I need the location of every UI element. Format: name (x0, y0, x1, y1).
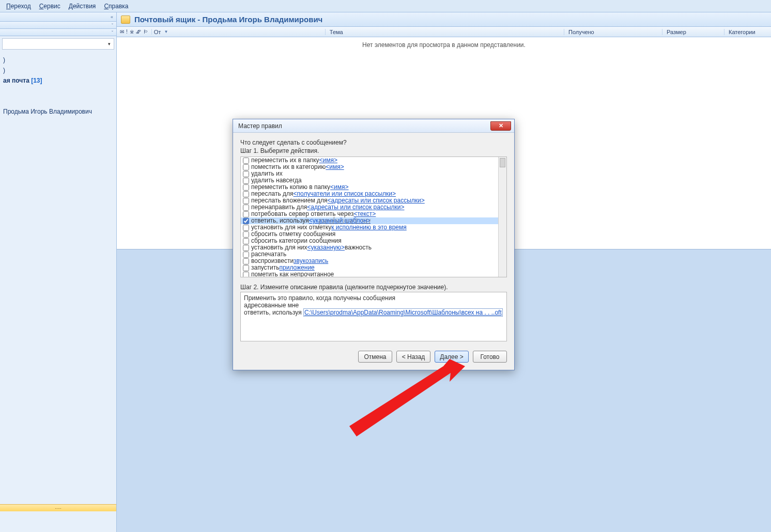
cancel-button[interactable]: Отмена (358, 351, 392, 363)
action-checkbox[interactable] (243, 191, 249, 197)
action-checkbox[interactable] (243, 171, 249, 177)
action-checkbox[interactable] (243, 231, 249, 238)
flag-icon: 🏳 (143, 29, 148, 35)
desc-line: адресованные мне (244, 302, 503, 309)
menu-actions[interactable]: Действия (65, 2, 100, 11)
action-checkbox[interactable] (243, 205, 249, 211)
sidebar-search-dropdown[interactable]: ▾ (2, 38, 114, 50)
action-checkbox[interactable] (243, 252, 249, 258)
chevron-down-icon: ˇ (112, 23, 113, 28)
template-path-link[interactable]: C:\Users\prodma\AppData\Roaming\Microsof… (303, 308, 503, 317)
action-checkbox[interactable] (243, 158, 249, 164)
step2-label: Шаг 2. Измените описание правила (щелкни… (240, 284, 507, 291)
action-checkbox[interactable] (243, 272, 249, 277)
desc-line: ответить, используя C:\Users\prodma\AppD… (244, 309, 503, 316)
desc-line: Применить это правило, когда получены со… (244, 294, 503, 302)
dialog-title: Мастер правил (238, 122, 282, 130)
close-button[interactable]: ✕ (490, 121, 511, 131)
col-category[interactable]: Категории (724, 29, 771, 35)
sidebar-collapse-button[interactable]: « (0, 12, 116, 22)
sidebar-item-inbox[interactable]: ая почта [13] (2, 75, 114, 86)
col-received[interactable]: Получено (564, 29, 662, 35)
action-label: пометить как непрочитанное (251, 271, 334, 277)
action-checkbox[interactable] (243, 198, 249, 204)
action-checkbox[interactable] (243, 178, 249, 184)
back-button[interactable]: < Назад (396, 351, 430, 363)
col-from[interactable]: От▼ (152, 29, 326, 35)
step1-label: Шаг 1. Выберите действия. (240, 147, 507, 154)
sidebar-item[interactable]: ) (2, 55, 114, 65)
menu-bar: Переход Сервис Действия Справка (0, 0, 771, 12)
actions-listbox: переместить их в папку <имя>поместить их… (240, 157, 507, 277)
folder-icon (121, 15, 130, 24)
empty-message: Нет элементов для просмотра в данном пре… (117, 37, 771, 49)
action-checkbox[interactable] (243, 225, 249, 231)
sidebar-footer (0, 511, 116, 532)
action-link[interactable]: к исполнению в это время (331, 224, 407, 231)
col-subject[interactable]: Тема (326, 29, 564, 35)
action-checkbox[interactable] (243, 211, 249, 217)
scrollbar[interactable] (498, 157, 506, 277)
column-headers: ✉ ! ※ 🖇 🏳 От▼ Тема Получено Размер Катег… (117, 27, 771, 37)
rules-wizard-dialog: Мастер правил ✕ Что следует сделать с со… (233, 119, 515, 370)
close-icon: ✕ (499, 122, 503, 129)
chevron-down-icon: ▾ (108, 41, 111, 46)
col-icon-group[interactable]: ✉ ! ※ 🖇 🏳 (117, 29, 152, 35)
sidebar-expand-button-2[interactable]: ˇ (0, 29, 116, 36)
col-size[interactable]: Размер (662, 29, 724, 35)
dialog-titlebar[interactable]: Мастер правил ✕ (233, 119, 514, 133)
sidebar-expand-button[interactable]: ˇ (0, 22, 116, 29)
page-title: Почтовый ящик - Продьма Игорь Владимиров… (134, 15, 322, 24)
sidebar-item-search-folder[interactable]: Продьма Игорь Владимирович (2, 106, 114, 117)
action-link[interactable]: <имя> (326, 164, 344, 170)
action-link[interactable]: <указанную> (307, 244, 345, 251)
action-checkbox[interactable] (243, 184, 249, 191)
envelope-icon: ✉ (120, 29, 124, 35)
menu-help[interactable]: Справка (100, 2, 132, 11)
actions-list[interactable]: переместить их в папку <имя>поместить их… (241, 157, 498, 277)
next-button[interactable]: Далее > (435, 351, 469, 363)
reminder-icon: ※ (130, 29, 134, 35)
action-checkbox[interactable] (243, 258, 249, 264)
chevron-left-icon: « (111, 14, 113, 20)
sidebar-item[interactable] (2, 96, 114, 106)
action-checkbox[interactable] (243, 218, 249, 224)
sort-indicator-icon: ▼ (164, 29, 168, 34)
menu-go[interactable]: Переход (2, 2, 35, 11)
scrollbar-thumb[interactable] (500, 158, 505, 167)
importance-icon: ! (126, 29, 128, 35)
rule-description: Применить это правило, когда получены со… (240, 292, 507, 341)
sidebar: « ˇ ˇ ▾ ) ) ая почта [13] Продьма Игорь … (0, 12, 117, 532)
sidebar-splitter[interactable]: ..... (0, 504, 116, 511)
action-checkbox[interactable] (243, 245, 249, 251)
action-row[interactable]: пометить как непрочитанное (241, 271, 498, 277)
chevron-down-icon: ˇ (112, 30, 113, 35)
action-checkbox[interactable] (243, 265, 249, 271)
step-question: Что следует сделать с сообщением? (240, 139, 507, 146)
menu-service[interactable]: Сервис (35, 2, 65, 11)
sidebar-item[interactable] (2, 86, 114, 96)
action-checkbox[interactable] (243, 164, 249, 170)
dialog-footer: Отмена < Назад Далее > Готово (233, 341, 514, 370)
finish-button[interactable]: Готово (473, 351, 507, 363)
content-header: Почтовый ящик - Продьма Игорь Владимиров… (117, 12, 771, 27)
action-checkbox[interactable] (243, 238, 249, 244)
attachment-icon: 🖇 (136, 29, 141, 35)
sidebar-item[interactable]: ) (2, 65, 114, 75)
